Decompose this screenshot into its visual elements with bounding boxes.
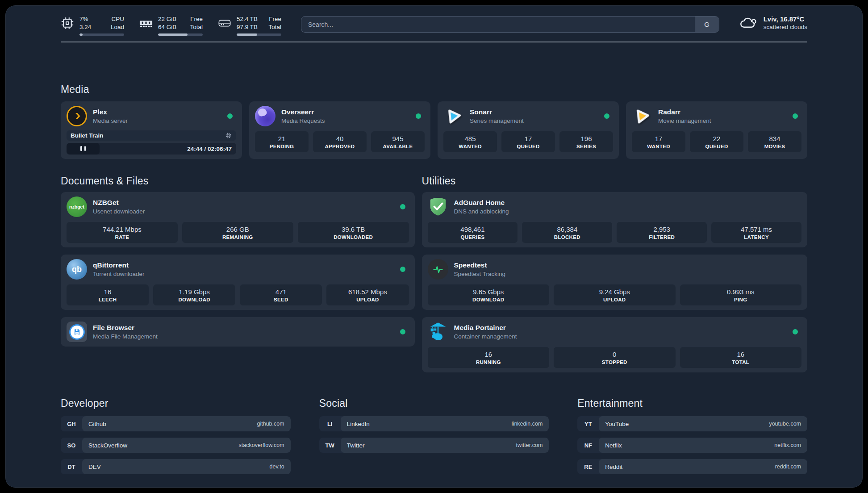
bookmark-linkedin[interactable]: LI LinkedIn linkedin.com	[319, 416, 549, 431]
nzbget-meta: NZBGet Usenet downloader	[93, 199, 394, 215]
bookmark-abbr: YT	[577, 416, 599, 431]
plex-meta: Plex Media server	[93, 108, 221, 124]
speedtest-card[interactable]: Speedtest Speedtest Tracking 9.65 Gbps D…	[422, 255, 807, 310]
stat-label: LATENCY	[713, 234, 800, 240]
filebrowser-title: File Browser	[93, 324, 394, 332]
stat-value: 16	[682, 351, 800, 358]
stat-value: 86,384	[524, 226, 610, 233]
cpu-label-top: CPU	[111, 15, 124, 23]
sonarr-card[interactable]: Sonarr Series management 485 WANTED 17 Q…	[438, 101, 619, 159]
nzbget-stat-remaining: 266 GB REMAINING	[182, 222, 293, 243]
weather-condition: scattered clouds	[764, 24, 807, 30]
media-cards-row: Plex Media server Bullet Train	[61, 101, 807, 159]
pause-icon[interactable]	[79, 145, 87, 153]
bookmark-name: LinkedIn	[347, 421, 370, 427]
overseerr-status-dot	[416, 113, 421, 119]
sonarr-stat-series: 196 SERIES	[559, 131, 613, 152]
bookmark-abbr: SO	[61, 438, 82, 453]
qbittorrent-title: qBittorrent	[93, 261, 394, 269]
bookmark-name: Github	[88, 421, 106, 427]
portainer-card[interactable]: Media Portainer Container management 16 …	[422, 317, 807, 372]
stat-label: WANTED	[634, 144, 684, 149]
bookmark-youtube[interactable]: YT YouTube youtube.com	[577, 416, 807, 431]
stat-value: 16	[68, 288, 147, 296]
plex-card[interactable]: Plex Media server Bullet Train	[61, 101, 242, 159]
radarr-stat-wanted: 17 WANTED	[632, 131, 685, 152]
memory-label-bottom: Total	[190, 23, 203, 31]
stat-value: 22	[692, 135, 742, 142]
stat-value: 744.21 Mbps	[68, 226, 176, 233]
stat-label: QUERIES	[430, 234, 516, 240]
middle-columns: nzbget NZBGet Usenet downloader 744.21 M…	[61, 192, 807, 372]
adguard-stat-blocked: 86,384 BLOCKED	[522, 222, 612, 243]
media-section-header: Media	[61, 84, 807, 96]
radarr-card[interactable]: Radarr Movie management 17 WANTED 22 QUE…	[626, 101, 807, 159]
utilities-section-header: Utilities	[422, 175, 807, 187]
radarr-title: Radarr	[658, 108, 787, 116]
stat-label: QUEUED	[692, 144, 742, 149]
bookmark-dev[interactable]: DT DEV dev.to	[61, 459, 291, 474]
filebrowser-card-header: File Browser Media File Management	[67, 322, 409, 342]
sonarr-title: Sonarr	[470, 108, 598, 116]
sonarr-icon	[443, 106, 464, 126]
entertainment-rows: YT YouTube youtube.com NF Netflix netfli…	[577, 416, 807, 474]
radarr-subtitle: Movie management	[658, 117, 787, 124]
settings-gear-icon[interactable]	[225, 132, 232, 139]
memory-labels: Free Total	[190, 15, 203, 31]
speedtest-card-header: Speedtest Speedtest Tracking	[428, 259, 801, 280]
disk-columns: 52.4 TB 97.9 TB Free Total	[237, 15, 281, 31]
search-engine-button[interactable]: G	[695, 17, 719, 32]
qbittorrent-meta: qBittorrent Torrent downloader	[93, 261, 394, 277]
qbittorrent-icon: qb	[67, 259, 87, 280]
speedtest-stat-ping: 0.993 ms PING	[680, 284, 802, 305]
memory-readout: 22 GiB 64 GiB Free Total	[158, 15, 203, 36]
sonarr-meta: Sonarr Series management	[470, 108, 598, 124]
documents-section-header: Documents & Files	[61, 175, 415, 187]
overseerr-meta: Overseerr Media Requests	[281, 108, 410, 124]
stat-value: 834	[750, 135, 800, 142]
sonarr-card-header: Sonarr Series management	[443, 106, 613, 126]
bookmark-url: netflix.com	[774, 442, 801, 448]
bookmark-github[interactable]: GH Github github.com	[61, 416, 291, 431]
documents-cards-column: nzbget NZBGet Usenet downloader 744.21 M…	[61, 192, 415, 372]
bookmark-netflix[interactable]: NF Netflix netflix.com	[577, 438, 807, 453]
stat-label: STOPPED	[555, 359, 674, 365]
qbittorrent-card[interactable]: qb qBittorrent Torrent downloader 16 LEE…	[61, 255, 415, 310]
adguard-card[interactable]: AdGuard Home DNS and adblocking 498,461 …	[422, 192, 807, 247]
adguard-subtitle: DNS and adblocking	[454, 208, 801, 215]
bookmark-stackoverflow[interactable]: SO StackOverflow stackoverflow.com	[61, 438, 291, 453]
search-input[interactable]	[301, 17, 695, 32]
disk-total-value: 97.9 TB	[237, 23, 258, 31]
stat-value: 9.65 Gbps	[430, 288, 548, 296]
playback-progress-bar[interactable]: 24:44 / 02:06:47	[67, 143, 236, 155]
disk-label-bottom: Total	[268, 23, 281, 31]
bookmark-reddit[interactable]: RE Reddit reddit.com	[577, 459, 807, 474]
bookmark-bar: StackOverflow stackoverflow.com	[82, 438, 291, 453]
stat-value: 266 GB	[184, 226, 292, 233]
disk-labels: Free Total	[268, 15, 281, 31]
stat-value: 17	[634, 135, 684, 142]
stat-label: UPLOAD	[328, 297, 407, 302]
portainer-stat-total: 16 TOTAL	[680, 347, 802, 368]
bookmark-url: dev.to	[270, 464, 284, 470]
bookmark-name: DEV	[88, 464, 101, 470]
speedtest-title: Speedtest	[454, 261, 801, 269]
nzbget-title: NZBGet	[93, 199, 394, 207]
bookmark-name: StackOverflow	[88, 442, 127, 449]
sonarr-stats: 485 WANTED 17 QUEUED 196 SERIES	[443, 131, 613, 152]
bookmark-url: github.com	[257, 421, 284, 427]
filebrowser-card[interactable]: File Browser Media File Management	[61, 317, 415, 347]
bookmark-abbr: DT	[61, 459, 82, 474]
memory-values: 22 GiB 64 GiB	[158, 15, 176, 31]
playback-progress-fill	[67, 143, 100, 155]
filebrowser-subtitle: Media File Management	[93, 333, 394, 340]
cpu-columns: 7% 3.24 CPU Load	[79, 15, 124, 31]
stat-value: 0	[555, 351, 674, 358]
bookmark-twitter[interactable]: TW Twitter twitter.com	[319, 438, 549, 453]
overseerr-card[interactable]: Overseerr Media Requests 21 PENDING 40 A…	[249, 101, 430, 159]
bookmarks-section: Developer GH Github github.com SO StackO…	[61, 397, 807, 474]
stat-value: 498,461	[430, 226, 516, 233]
overseerr-icon	[255, 106, 275, 126]
nzbget-card[interactable]: nzbget NZBGet Usenet downloader 744.21 M…	[61, 192, 415, 247]
stat-value: 17	[503, 135, 553, 142]
